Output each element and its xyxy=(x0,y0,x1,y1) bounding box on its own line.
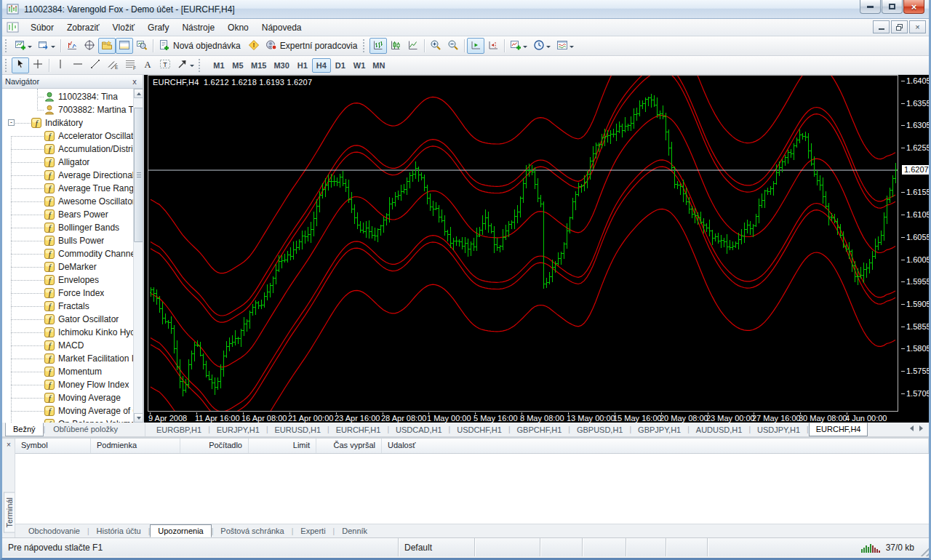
nav-item-bulls-power[interactable]: fBulls Power xyxy=(2,234,133,247)
price-axis[interactable]: 1.64051.63551.63051.62551.61551.61051.60… xyxy=(900,75,929,412)
channel-button[interactable]: E xyxy=(104,57,121,73)
timeframe-m30[interactable]: M30 xyxy=(270,58,292,73)
toolbar-grip[interactable] xyxy=(5,59,10,72)
terminal-tab-upozornenia[interactable]: Upozornenia xyxy=(150,524,211,537)
nav-item-account[interactable]: 7003882: Martina T xyxy=(2,103,133,116)
nav-item-accumulation-distribution[interactable]: fAccumulation/Distribution xyxy=(2,143,133,156)
terminal-tab-obchodovanie[interactable]: Obchodovanie xyxy=(21,525,87,537)
trendline-button[interactable] xyxy=(87,57,104,73)
timeframe-m5[interactable]: M5 xyxy=(228,58,247,73)
label-tool-button[interactable]: T xyxy=(156,57,174,73)
mdi-close-button[interactable]: × xyxy=(909,20,926,33)
nav-item-on-balance-volume[interactable]: fOn Balance Volume xyxy=(2,417,133,423)
cursor-button[interactable] xyxy=(12,57,29,73)
profiles-button[interactable] xyxy=(35,38,58,54)
nav-item-bollinger-bands[interactable]: fBollinger Bands xyxy=(2,221,133,234)
expert-advisors-button[interactable]: Expertní poradcovia xyxy=(263,38,362,54)
terminal-close-icon[interactable]: × xyxy=(4,441,13,449)
nav-item-ichimoku-kinko-hyo[interactable]: fIchimoku Kinko Hyo xyxy=(2,326,133,339)
shapes-button[interactable] xyxy=(174,57,197,73)
mdi-minimize-button[interactable] xyxy=(873,20,890,33)
zoom-in-button[interactable] xyxy=(427,38,444,54)
terminal-side-label[interactable]: Terminál xyxy=(4,492,15,533)
scroll-down-icon[interactable] xyxy=(134,413,143,423)
terminal-tab-experti[interactable]: Experti xyxy=(293,525,332,537)
nav-group-indicators[interactable]: -fIndikátory xyxy=(2,116,133,129)
metaeditor-button[interactable]: ! xyxy=(245,38,263,54)
column-header-po-tadlo[interactable]: Počítadlo xyxy=(180,439,249,453)
column-header-symbol[interactable]: Symbol xyxy=(15,439,91,453)
nav-item-momentum[interactable]: fMomentum xyxy=(2,365,133,378)
vline-button[interactable] xyxy=(52,57,69,73)
chart-tab-eurchf-h1[interactable]: EURCHF,H1 xyxy=(329,424,388,436)
chart-tab-eurjpy-h1[interactable]: EURJPY,H1 xyxy=(210,424,266,436)
nav-tab-ob-ben-polo-ky[interactable]: Obľúbené položky xyxy=(45,423,126,436)
terminal-tab-po-tov-schr-nka[interactable]: Poštová schránka xyxy=(213,525,291,537)
column-header-limit[interactable]: Limit xyxy=(249,439,316,453)
timeframe-h4[interactable]: H4 xyxy=(312,58,331,73)
scroll-thumb[interactable] xyxy=(134,108,143,242)
timeframe-mn[interactable]: MN xyxy=(369,58,388,73)
text-tool-button[interactable]: A xyxy=(139,57,156,73)
menu-grafy[interactable]: Grafy xyxy=(141,20,175,35)
chart-svg[interactable] xyxy=(148,76,898,411)
timeframe-m1[interactable]: M1 xyxy=(209,58,228,73)
nav-item-account[interactable]: 11002384: Tina xyxy=(2,90,133,103)
chart-line-button[interactable] xyxy=(404,38,422,54)
tree-collapse-icon[interactable]: - xyxy=(8,119,15,126)
toolbar-grip[interactable] xyxy=(5,39,10,52)
status-profile[interactable]: Default xyxy=(399,538,475,556)
terminal-tab-hist-ria-tu[interactable]: História účtu xyxy=(89,525,148,537)
chart-tab-gbpchf-h1[interactable]: GBPCHF,H1 xyxy=(511,424,569,436)
toolbar-grip[interactable] xyxy=(199,59,204,72)
time-axis[interactable]: 9 Apr 200811 Apr 16:0016 Apr 08:0021 Apr… xyxy=(148,412,898,423)
nav-item-demarker[interactable]: fDeMarker xyxy=(2,260,133,273)
scroll-up-icon[interactable] xyxy=(134,89,143,98)
fibo-button[interactable]: F xyxy=(121,57,139,73)
nav-tab-be-n[interactable]: Bežný xyxy=(5,423,44,436)
menu-s-bor[interactable]: Súbor xyxy=(24,20,60,35)
periods-button[interactable] xyxy=(530,38,554,54)
indicators-list-button[interactable] xyxy=(507,38,530,54)
timeframe-w1[interactable]: W1 xyxy=(350,58,369,73)
chart-tab-eurgbp-h1[interactable]: EURGBP,H1 xyxy=(150,424,208,436)
new-order-button[interactable]: Nová objednávka xyxy=(156,38,245,54)
market-watch-button[interactable] xyxy=(63,38,81,54)
chart-tab-gbpusd-h1[interactable]: GBPUSD,H1 xyxy=(570,424,630,436)
templates-button[interactable] xyxy=(554,38,577,54)
new-chart-button[interactable] xyxy=(12,38,35,54)
nav-item-average-directional-movement[interactable]: fAverage Directional Movement xyxy=(2,169,133,182)
data-window-button[interactable] xyxy=(81,38,98,54)
nav-item-commodity-channel-index[interactable]: fCommodity Channel Index xyxy=(2,247,133,260)
timeframe-d1[interactable]: D1 xyxy=(331,58,350,73)
menu-zobrazi[interactable]: Zobraziť xyxy=(60,20,106,35)
column-header-as-vypr-al[interactable]: Čas vypršal xyxy=(316,439,382,453)
zoom-out-button[interactable] xyxy=(444,38,462,54)
nav-item-market-facilitation-index[interactable]: fMarket Facilitation Index xyxy=(2,352,133,365)
maximize-button[interactable] xyxy=(882,0,903,14)
nav-item-money-flow-index[interactable]: fMoney Flow Index xyxy=(2,378,133,391)
nav-item-awesome-oscillator[interactable]: fAwesome Oscillator xyxy=(2,195,133,208)
chart-bars-button[interactable] xyxy=(369,38,387,54)
terminal-tab-denn-k[interactable]: Denník xyxy=(335,525,375,537)
tabs-scroll-right-icon[interactable] xyxy=(919,425,926,431)
toolbar-grip[interactable] xyxy=(363,39,368,52)
column-header-podmienka[interactable]: Podmienka xyxy=(91,439,180,453)
nav-item-bears-power[interactable]: fBears Power xyxy=(2,208,133,221)
nav-item-moving-average[interactable]: fMoving Average xyxy=(2,391,133,404)
navigator-close-icon[interactable]: x xyxy=(129,77,140,87)
timeframe-m15[interactable]: M15 xyxy=(247,58,270,73)
menu-okno[interactable]: Okno xyxy=(221,20,255,35)
hline-button[interactable] xyxy=(69,57,87,73)
menu-n-poveda[interactable]: Nápoveda xyxy=(255,20,308,35)
mdi-restore-button[interactable] xyxy=(891,20,908,33)
tabs-scroll-left-icon[interactable] xyxy=(907,425,914,431)
chart-shift-button[interactable] xyxy=(484,38,502,54)
menu-vlo-i[interactable]: Vložiť xyxy=(106,20,142,35)
minimize-button[interactable] xyxy=(860,0,881,14)
nav-item-gator-oscillator[interactable]: fGator Oscillator xyxy=(2,313,133,326)
nav-item-force-index[interactable]: fForce Index xyxy=(2,287,133,300)
nav-item-fractals[interactable]: fFractals xyxy=(2,300,133,313)
chart-tab-audusd-h1[interactable]: AUDUSD,H1 xyxy=(690,424,749,436)
timeframe-h1[interactable]: H1 xyxy=(293,58,312,73)
